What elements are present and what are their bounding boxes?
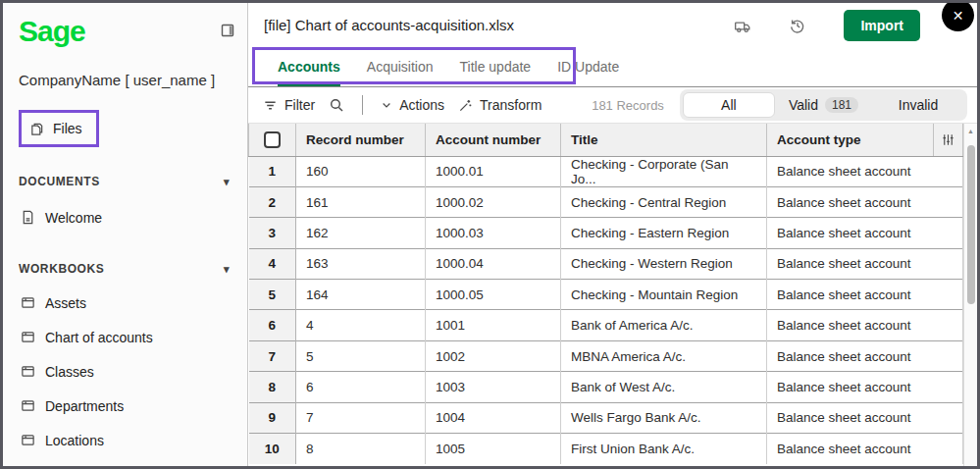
cell-account-number[interactable]: 1005 — [426, 434, 561, 464]
cell-record-number[interactable]: 4 — [296, 310, 426, 340]
scroll-up-arrow[interactable]: ▲ — [964, 124, 977, 134]
actions-menu-button[interactable]: Actions — [381, 97, 444, 113]
transform-button[interactable]: Transform — [458, 97, 542, 113]
history-icon[interactable] — [789, 17, 806, 34]
cell-title[interactable]: MBNA America A/c. — [561, 340, 767, 371]
cell-title[interactable]: Checking - Corporate (San Jo... — [561, 156, 767, 186]
segment-all[interactable]: All — [683, 92, 775, 118]
classes-label: Classes — [45, 364, 94, 380]
table-row[interactable]: 4 163 1000.04 Checking - Western Region … — [249, 248, 963, 279]
cell-account-type[interactable]: Balance sheet account — [767, 310, 963, 340]
table-row[interactable]: 3 162 1000.03 Checking - Eastern Region … — [249, 218, 963, 248]
cell-record-number[interactable]: 162 — [296, 218, 426, 248]
row-number[interactable]: 5 — [249, 280, 296, 310]
sidebar-item-departments[interactable]: Departments — [19, 389, 235, 423]
table-row[interactable]: 5 164 1000.05 Checking - Mountain Region… — [249, 280, 963, 310]
col-header-record-number[interactable]: Record number — [296, 124, 426, 156]
cell-record-number[interactable]: 163 — [296, 248, 426, 279]
cell-title[interactable]: Checking - Eastern Region — [561, 218, 767, 248]
tab-acquisition[interactable]: Acquisition — [367, 47, 434, 86]
sidebar-item-locations[interactable]: Locations — [19, 423, 235, 457]
cell-account-type[interactable]: Balance sheet account — [767, 218, 963, 248]
cell-record-number[interactable]: 5 — [296, 340, 426, 371]
cell-account-type[interactable]: Balance sheet account — [767, 156, 963, 186]
cell-account-number[interactable]: 1004 — [426, 402, 561, 433]
cell-account-type[interactable]: Balance sheet account — [767, 372, 963, 402]
filter-button[interactable]: Filter — [263, 97, 315, 113]
cell-record-number[interactable]: 160 — [296, 156, 426, 186]
cell-account-number[interactable]: 1000.05 — [426, 280, 561, 310]
row-number[interactable]: 9 — [249, 402, 296, 433]
cell-account-number[interactable]: 1002 — [426, 340, 561, 371]
sidebar-item-files[interactable]: Files — [24, 115, 94, 142]
column-settings-button[interactable] — [934, 124, 963, 156]
cell-account-number[interactable]: 1000.02 — [426, 186, 561, 217]
row-number[interactable]: 3 — [249, 218, 296, 248]
row-number[interactable]: 4 — [249, 248, 296, 279]
sidebar-item-welcome[interactable]: Welcome — [19, 200, 235, 234]
tab-accounts[interactable]: Accounts — [278, 47, 340, 86]
cell-record-number[interactable]: 164 — [296, 280, 426, 310]
cell-title[interactable]: Bank of West A/c. — [561, 372, 767, 402]
col-header-account-type[interactable]: Account type — [767, 124, 934, 156]
table-row[interactable]: 2 161 1000.02 Checking - Central Region … — [249, 186, 963, 217]
cell-account-type[interactable]: Balance sheet account — [767, 340, 963, 371]
cell-record-number[interactable]: 6 — [296, 372, 426, 402]
select-all-checkbox[interactable] — [264, 131, 281, 148]
scrollbar-thumb[interactable] — [967, 145, 975, 304]
sidebar-item-statistical-accounts[interactable]: Statistical accounts — [19, 457, 235, 469]
toolbar-divider — [362, 95, 363, 115]
cell-account-type[interactable]: Balance sheet account — [767, 280, 963, 310]
collapse-sidebar-icon[interactable] — [220, 23, 235, 38]
valid-count-badge: 181 — [825, 97, 858, 113]
import-button[interactable]: Import — [844, 10, 920, 41]
cell-account-number[interactable]: 1001 — [426, 310, 561, 340]
valid-label: Valid — [789, 97, 818, 113]
cell-title[interactable]: Wells Fargo Bank A/c. — [561, 402, 767, 433]
cell-title[interactable]: Checking - Mountain Region — [561, 280, 767, 310]
segment-invalid[interactable]: Invalid — [872, 92, 964, 118]
cell-account-type[interactable]: Balance sheet account — [767, 402, 963, 433]
table-row[interactable]: 8 6 1003 Bank of West A/c. Balance sheet… — [249, 372, 963, 402]
vertical-scrollbar[interactable]: ▲ — [963, 124, 977, 466]
tab-id-update[interactable]: ID Update — [557, 47, 619, 86]
workbooks-label: WORKBOOKS — [19, 262, 104, 276]
row-number[interactable]: 1 — [249, 156, 296, 186]
segment-valid[interactable]: Valid 181 — [775, 92, 872, 118]
table-row[interactable]: 6 4 1001 Bank of America A/c. Balance sh… — [249, 310, 963, 340]
cell-account-type[interactable]: Balance sheet account — [767, 186, 963, 217]
cell-record-number[interactable]: 7 — [296, 402, 426, 433]
row-number[interactable]: 6 — [249, 310, 296, 340]
close-button[interactable]: ✕ — [942, 0, 974, 31]
row-number[interactable]: 2 — [249, 186, 296, 217]
row-number[interactable]: 8 — [249, 372, 296, 402]
cell-title[interactable]: Checking - Central Region — [561, 186, 767, 217]
sidebar-item-classes[interactable]: Classes — [19, 354, 235, 389]
col-header-account-number[interactable]: Account number — [426, 124, 561, 156]
col-header-title[interactable]: Title — [561, 124, 767, 156]
cell-account-number[interactable]: 1000.03 — [426, 218, 561, 248]
workbooks-section-header[interactable]: WORKBOOKS ▾ — [19, 262, 235, 276]
row-number[interactable]: 10 — [249, 434, 296, 464]
cell-record-number[interactable]: 161 — [296, 186, 426, 217]
table-row[interactable]: 9 7 1004 Wells Fargo Bank A/c. Balance s… — [249, 402, 963, 433]
sidebar-item-assets[interactable]: Assets — [19, 286, 235, 320]
cell-record-number[interactable]: 8 — [296, 434, 426, 464]
cell-account-number[interactable]: 1003 — [426, 372, 561, 402]
table-row[interactable]: 10 8 1005 First Union Bank A/c. Balance … — [249, 434, 963, 464]
row-number[interactable]: 7 — [249, 340, 296, 371]
documents-section-header[interactable]: DOCUMENTS ▾ — [19, 175, 235, 188]
cell-account-type[interactable]: Balance sheet account — [767, 434, 963, 464]
truck-icon[interactable] — [734, 17, 751, 34]
cell-title[interactable]: First Union Bank A/c. — [561, 434, 767, 464]
sidebar-item-chart-of-accounts[interactable]: Chart of accounts — [19, 320, 235, 354]
table-row[interactable]: 7 5 1002 MBNA America A/c. Balance sheet… — [249, 340, 963, 371]
cell-title[interactable]: Checking - Western Region — [561, 248, 767, 279]
table-row[interactable]: 1 160 1000.01 Checking - Corporate (San … — [249, 156, 963, 186]
cell-account-type[interactable]: Balance sheet account — [767, 248, 963, 279]
cell-account-number[interactable]: 1000.01 — [426, 156, 561, 186]
search-icon[interactable] — [329, 97, 344, 113]
tab-title-update[interactable]: Title update — [460, 47, 532, 86]
cell-title[interactable]: Bank of America A/c. — [561, 310, 767, 340]
cell-account-number[interactable]: 1000.04 — [426, 248, 561, 279]
